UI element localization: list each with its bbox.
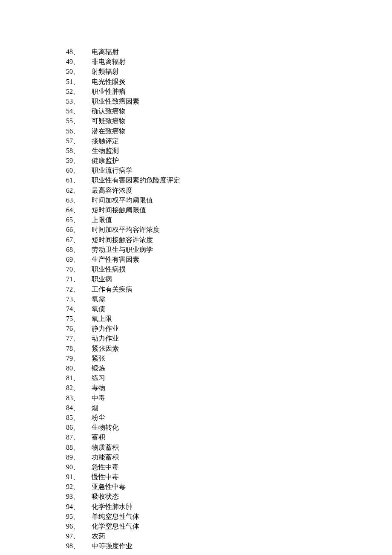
item-term: 生产性有害因素 (92, 254, 139, 264)
item-number: 66、 (66, 225, 92, 234)
item-term: 职业病 (92, 274, 112, 284)
list-item: 78、紧张因素 (66, 344, 392, 353)
list-item: 98、中等强度作业 (66, 541, 392, 551)
item-number: 94、 (66, 502, 92, 512)
list-item: 79、紧张 (66, 353, 392, 363)
list-item: 48、电离辐射 (66, 47, 392, 57)
item-number: 86、 (66, 422, 92, 432)
item-number: 53、 (66, 96, 92, 106)
item-term: 职业流行病学 (92, 165, 133, 175)
item-term: 蓄积 (92, 432, 105, 442)
item-term: 生物监测 (92, 146, 119, 156)
item-number: 92、 (66, 482, 92, 491)
list-item: 69、生产性有害因素 (66, 254, 392, 264)
list-item: 64、短时间接触阈限值 (66, 205, 392, 215)
item-number: 69、 (66, 254, 92, 264)
list-item: 53、职业性致癌因素 (66, 96, 392, 106)
list-item: 55、可疑致癌物 (66, 116, 392, 126)
list-item: 70、职业性病损 (66, 264, 392, 274)
item-number: 95、 (66, 512, 92, 521)
item-term: 慢性中毒 (92, 472, 119, 482)
item-number: 60、 (66, 165, 92, 175)
list-item: 59、健康监护 (66, 156, 392, 165)
item-term: 物质蓄积 (92, 442, 119, 452)
item-number: 57、 (66, 136, 92, 146)
item-number: 64、 (66, 205, 92, 215)
item-number: 65、 (66, 215, 92, 225)
item-term: 中等强度作业 (92, 541, 133, 551)
item-number: 77、 (66, 333, 92, 343)
item-number: 88、 (66, 442, 92, 452)
item-number: 79、 (66, 353, 92, 363)
item-number: 78、 (66, 344, 92, 353)
list-item: 97、农药 (66, 531, 392, 541)
list-item: 83、中毒 (66, 393, 392, 403)
list-item: 51、电光性眼炎 (66, 77, 392, 87)
list-item: 49、非电离辐射 (66, 57, 392, 66)
item-term: 化学性肺水肿 (92, 502, 133, 512)
list-item: 84、烟 (66, 403, 392, 413)
item-term: 职业性有害因素的危险度评定 (92, 175, 180, 185)
item-number: 75、 (66, 314, 92, 324)
item-term: 时间加权平均容许浓度 (92, 225, 160, 234)
list-item: 71、职业病 (66, 274, 392, 284)
item-term: 毒物 (92, 383, 105, 393)
item-number: 59、 (66, 156, 92, 165)
list-item: 81、练习 (66, 373, 392, 383)
item-number: 96、 (66, 521, 92, 531)
list-item: 57、接触评定 (66, 136, 392, 146)
item-term: 急性中毒 (92, 462, 119, 472)
item-term: 可疑致癌物 (92, 116, 126, 126)
item-term: 射频辐射 (92, 66, 119, 76)
item-number: 72、 (66, 284, 92, 294)
item-term: 短时间接触容许浓度 (92, 235, 153, 245)
item-term: 功能蓄积 (92, 452, 119, 462)
list-item: 96、化学窒息性气体 (66, 521, 392, 531)
item-term: 静力作业 (92, 324, 119, 333)
item-number: 81、 (66, 373, 92, 383)
item-term: 工作有关疾病 (92, 284, 133, 294)
list-item: 65、上限值 (66, 215, 392, 225)
list-item: 76、静力作业 (66, 324, 392, 333)
item-number: 87、 (66, 432, 92, 442)
item-number: 63、 (66, 195, 92, 205)
list-item: 66、时间加权平均容许浓度 (66, 225, 392, 234)
list-item: 77、动力作业 (66, 333, 392, 343)
item-number: 61、 (66, 175, 92, 185)
item-term: 短时间接触阈限值 (92, 205, 146, 215)
item-term: 锻炼 (92, 363, 105, 373)
list-item: 85、粉尘 (66, 413, 392, 422)
item-term: 健康监护 (92, 156, 119, 165)
list-item: 89、功能蓄积 (66, 452, 392, 462)
item-number: 84、 (66, 403, 92, 413)
term-list: 48、电离辐射49、非电离辐射50、射频辐射51、电光性眼炎52、职业性肿瘤53… (66, 47, 392, 551)
list-item: 88、物质蓄积 (66, 442, 392, 452)
item-number: 51、 (66, 77, 92, 87)
list-item: 73、氧需 (66, 294, 392, 304)
list-item: 56、潜在致癌物 (66, 126, 392, 136)
list-item: 90、急性中毒 (66, 462, 392, 472)
list-item: 93、吸收状态 (66, 491, 392, 501)
item-number: 54、 (66, 106, 92, 116)
item-term: 潜在致癌物 (92, 126, 126, 136)
list-item: 52、职业性肿瘤 (66, 87, 392, 96)
list-item: 95、单纯窒息性气体 (66, 512, 392, 521)
item-number: 62、 (66, 185, 92, 195)
item-number: 71、 (66, 274, 92, 284)
item-term: 单纯窒息性气体 (92, 512, 139, 521)
item-number: 93、 (66, 491, 92, 501)
item-number: 70、 (66, 264, 92, 274)
item-number: 89、 (66, 452, 92, 462)
item-number: 83、 (66, 393, 92, 403)
item-number: 68、 (66, 245, 92, 254)
item-term: 电光性眼炎 (92, 77, 126, 87)
item-term: 紧张因素 (92, 344, 119, 353)
list-item: 94、化学性肺水肿 (66, 502, 392, 512)
list-item: 61、职业性有害因素的危险度评定 (66, 175, 392, 185)
list-item: 91、慢性中毒 (66, 472, 392, 482)
item-number: 74、 (66, 304, 92, 314)
item-term: 化学窒息性气体 (92, 521, 139, 531)
item-term: 中毒 (92, 393, 105, 403)
item-term: 职业性肿瘤 (92, 87, 126, 96)
list-item: 54、确认致癌物 (66, 106, 392, 116)
